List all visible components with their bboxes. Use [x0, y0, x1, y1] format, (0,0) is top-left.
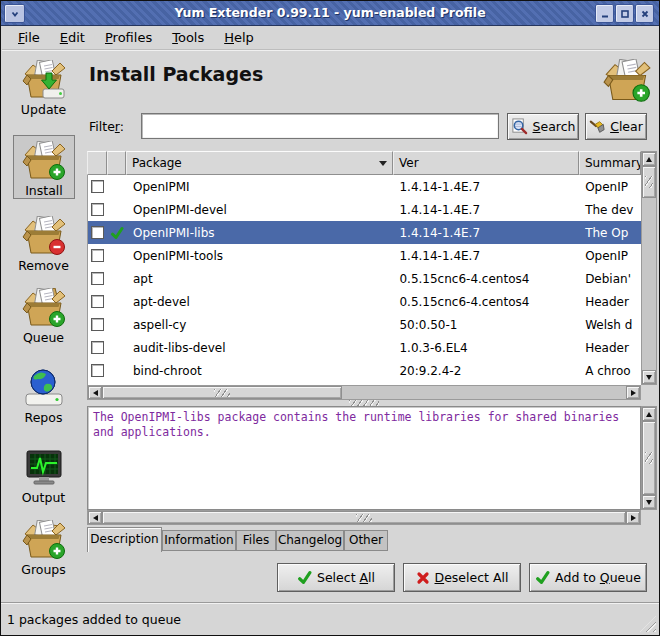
menu-edit[interactable]: Edit	[50, 27, 95, 48]
tab-other[interactable]: Other	[344, 530, 388, 551]
package-version: 1.4.14-1.4E.7	[393, 203, 579, 217]
scrollbar-thumb[interactable]	[102, 386, 342, 399]
table-row[interactable]: bind-chroot 20:9.2.4-2 A chroo	[88, 359, 641, 382]
package-checkbox[interactable]	[91, 180, 104, 193]
sidebar-item-queue[interactable]: Queue	[2, 288, 85, 345]
menubar: File Edit Profiles Tools Help	[2, 26, 660, 50]
scrollbar-thumb[interactable]	[642, 166, 656, 198]
titlebar[interactable]: Yum Extender 0.99.11 - yum-enabled Profi…	[1, 1, 659, 26]
package-checkbox[interactable]	[91, 203, 104, 216]
tab-files[interactable]: Files	[236, 530, 276, 551]
package-name: OpenIPMI	[127, 180, 394, 194]
sidebar-item-install[interactable]: Install	[13, 135, 75, 199]
sidebar-item-output[interactable]: Output	[2, 448, 85, 505]
table-row[interactable]: audit-libs-devel 1.0.3-6.EL4 Header	[88, 336, 641, 359]
table-row[interactable]: OpenIPMI-libs 1.4.14-1.4E.7 The Op	[88, 221, 641, 244]
package-name: apt-devel	[127, 295, 394, 309]
column-header-package[interactable]: Package	[126, 151, 393, 175]
resize-grip[interactable]	[640, 616, 656, 632]
description-panel[interactable]: The OpenIPMI-libs package contains the r…	[87, 406, 641, 510]
menu-file[interactable]: File	[8, 27, 50, 48]
package-name: OpenIPMI-tools	[127, 249, 394, 263]
package-checkbox[interactable]	[91, 226, 104, 239]
package-summary: A chroo	[579, 364, 641, 378]
minimize-button[interactable]	[595, 4, 614, 23]
maximize-icon	[620, 9, 630, 19]
package-name: OpenIPMI-devel	[127, 203, 394, 217]
menu-profiles[interactable]: Profiles	[95, 27, 162, 48]
page-title: Install Packages	[89, 63, 263, 85]
clear-button[interactable]: Clear	[585, 113, 647, 140]
menu-tools[interactable]: Tools	[162, 27, 214, 48]
close-button[interactable]	[635, 4, 654, 23]
scroll-left-button[interactable]	[88, 511, 102, 524]
table-row[interactable]: OpenIPMI-devel 1.4.14-1.4E.7 The dev	[88, 198, 641, 221]
column-header-checkbox[interactable]	[87, 151, 107, 175]
status-text: 1 packages added to queue	[7, 612, 181, 627]
package-checkbox[interactable]	[91, 318, 104, 331]
search-magnifier-icon	[511, 118, 528, 135]
column-header-status[interactable]	[107, 151, 126, 175]
menu-help[interactable]: Help	[214, 27, 264, 48]
scroll-down-button[interactable]	[642, 370, 656, 384]
tab-changelog[interactable]: Changelog	[276, 530, 344, 551]
sidebar-item-repos[interactable]: Repos	[2, 368, 85, 425]
table-row[interactable]: OpenIPMI 1.4.14-1.4E.7 OpenIP	[88, 175, 641, 198]
scroll-up-button[interactable]	[642, 407, 656, 421]
package-summary: Header	[579, 341, 641, 355]
close-icon	[640, 9, 650, 19]
description-vertical-scrollbar[interactable]	[641, 406, 657, 510]
sidebar-item-update[interactable]: Update	[2, 60, 85, 117]
maximize-button[interactable]	[615, 4, 634, 23]
package-checkbox[interactable]	[91, 341, 104, 354]
install-box-icon	[22, 141, 66, 181]
select-all-label: Select All	[317, 570, 375, 585]
red-x-icon	[416, 571, 430, 585]
table-horizontal-scrollbar[interactable]	[87, 385, 641, 400]
tab-information[interactable]: Information	[162, 530, 236, 551]
select-all-button[interactable]: Select All	[277, 563, 395, 592]
table-vertical-scrollbar[interactable]	[641, 151, 657, 385]
description-horizontal-scrollbar[interactable]	[87, 510, 641, 525]
scroll-left-button[interactable]	[88, 386, 102, 399]
add-to-queue-button[interactable]: Add to Queue	[529, 563, 647, 592]
scrollbar-thumb[interactable]	[642, 421, 656, 495]
filter-input[interactable]	[141, 113, 499, 139]
sort-descending-icon	[379, 161, 387, 166]
scroll-right-button[interactable]	[626, 511, 640, 524]
scrollbar-thumb[interactable]	[102, 511, 626, 524]
package-checkbox[interactable]	[91, 364, 104, 377]
package-checkbox[interactable]	[91, 295, 104, 308]
table-row[interactable]: aspell-cy 50:0.50-1 Welsh d	[88, 313, 641, 336]
table-row[interactable]: apt-devel 0.5.15cnc6-4.centos4 Header	[88, 290, 641, 313]
repos-globe-icon	[22, 368, 66, 408]
minimize-icon	[600, 9, 610, 19]
sidebar-item-remove[interactable]: Remove	[2, 216, 85, 273]
yum-extender-window: Yum Extender 0.99.11 - yum-enabled Profi…	[0, 0, 660, 636]
update-box-icon	[22, 60, 66, 100]
package-summary: OpenIP	[579, 249, 641, 263]
package-version: 0.5.15cnc6-4.centos4	[393, 295, 579, 309]
package-version: 0.5.15cnc6-4.centos4	[393, 272, 579, 286]
package-checkbox[interactable]	[91, 249, 104, 262]
package-summary: OpenIP	[579, 180, 641, 194]
column-header-summary[interactable]: Summary	[579, 151, 641, 175]
table-row[interactable]: apt 0.5.15cnc6-4.centos4 Debian'	[88, 267, 641, 290]
table-row[interactable]: OpenIPMI-tools 1.4.14-1.4E.7 OpenIP	[88, 244, 641, 267]
sidebar-item-groups[interactable]: Groups	[2, 520, 85, 577]
package-checkbox[interactable]	[91, 272, 104, 285]
package-version: 50:0.50-1	[393, 318, 579, 332]
scroll-right-button[interactable]	[626, 386, 640, 399]
deselect-all-button[interactable]: Deselect All	[403, 563, 521, 592]
pane-splitter[interactable]	[87, 399, 641, 406]
search-button[interactable]: Search	[507, 113, 579, 140]
tab-description[interactable]: Description	[87, 527, 162, 552]
package-summary: Header	[579, 295, 641, 309]
package-version: 1.4.14-1.4E.7	[393, 180, 579, 194]
scroll-down-button[interactable]	[642, 495, 656, 509]
groups-box-icon	[22, 520, 66, 560]
column-header-ver[interactable]: Ver	[393, 151, 579, 175]
window-menu-button[interactable]	[4, 4, 25, 23]
scroll-up-button[interactable]	[642, 152, 656, 166]
clear-brush-icon	[589, 119, 605, 135]
